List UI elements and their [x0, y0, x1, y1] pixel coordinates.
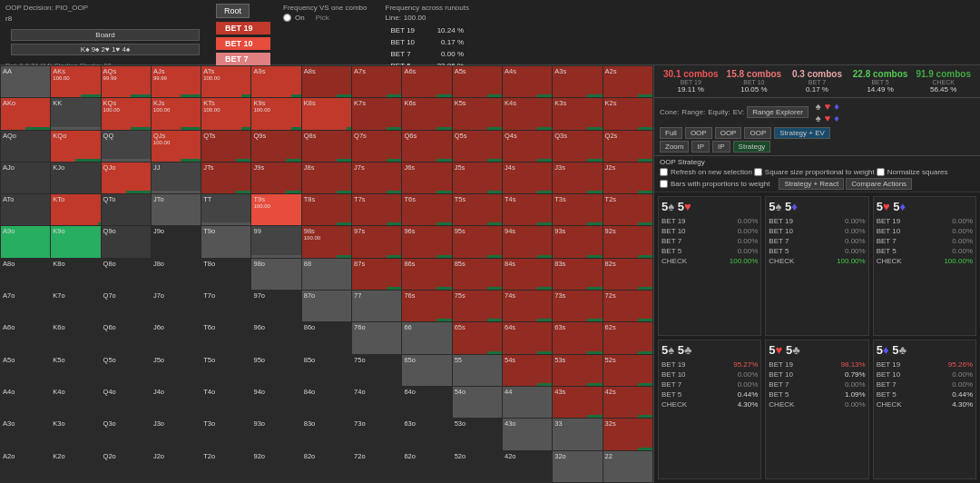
matrix-cell[interactable]: J6s — [402, 162, 452, 193]
matrix-cell[interactable]: T9s100.00 — [251, 194, 301, 226]
matrix-cell[interactable]: T4s — [502, 194, 552, 226]
zoom-btn[interactable]: Zoom — [660, 141, 689, 153]
matrix-cell[interactable]: 83o — [301, 419, 351, 450]
on-radio[interactable] — [283, 14, 291, 22]
matrix-cell[interactable]: A3s — [553, 66, 603, 98]
matrix-cell[interactable]: 92s — [603, 226, 652, 258]
matrix-cell[interactable]: J3o — [151, 419, 201, 450]
matrix-cell[interactable]: ATs100.00 — [201, 66, 251, 98]
matrix-cell[interactable]: 65s — [452, 322, 502, 354]
matrix-cell[interactable]: T2o — [201, 450, 251, 482]
matrix-cell[interactable]: AKs100.00 — [51, 66, 101, 98]
matrix-cell[interactable]: T7o — [201, 291, 251, 322]
matrix-cell[interactable]: A4o — [1, 386, 51, 418]
matrix-cell[interactable]: 54s — [502, 354, 552, 386]
matrix-cell[interactable]: Q7s — [352, 130, 402, 162]
oop-btn3[interactable]: OOP — [744, 127, 771, 139]
matrix-cell[interactable]: J8s — [301, 162, 351, 193]
checkbox-normalize[interactable]: Normalize squares — [877, 168, 948, 176]
matrix-cell[interactable]: 22 — [603, 450, 652, 482]
matrix-cell[interactable]: TT — [201, 194, 251, 226]
matrix-cell[interactable]: 54o — [452, 386, 502, 418]
matrix-cell[interactable]: 95s — [452, 226, 502, 258]
matrix-cell[interactable]: K6s — [402, 98, 452, 130]
matrix-cell[interactable]: K6o — [51, 322, 101, 354]
matrix-cell[interactable]: Q2s — [603, 130, 652, 162]
matrix-cell[interactable]: JTo — [151, 194, 201, 226]
matrix-cell[interactable]: KQs100.00 — [101, 98, 151, 130]
matrix-cell[interactable]: KK — [51, 98, 101, 130]
matrix-cell[interactable]: 77 — [352, 291, 402, 322]
matrix-cell[interactable]: A4s — [502, 66, 552, 98]
matrix-cell[interactable]: 52o — [452, 450, 502, 482]
matrix-cell[interactable]: J5s — [452, 162, 502, 193]
matrix-cell[interactable]: A7s — [352, 66, 402, 98]
matrix-cell[interactable]: A8o — [1, 258, 51, 290]
matrix-cell[interactable]: A8s — [301, 66, 351, 98]
matrix-cell[interactable]: Q8s — [301, 130, 351, 162]
matrix-cell[interactable]: 63s — [553, 322, 603, 354]
matrix-cell[interactable]: T9o — [201, 226, 251, 258]
matrix-cell[interactable]: 33 — [553, 419, 603, 450]
matrix-cell[interactable]: A9s — [251, 66, 301, 98]
matrix-cell[interactable]: QTs — [201, 130, 251, 162]
matrix-cell[interactable]: Q7o — [101, 291, 151, 322]
matrix-cell[interactable]: K2s — [603, 98, 652, 130]
matrix-cell[interactable]: K9s100.00 — [251, 98, 301, 130]
matrix-cell[interactable]: Q6s — [402, 130, 452, 162]
matrix-cell[interactable]: 53o — [452, 419, 502, 450]
matrix-cell[interactable]: J2o — [151, 450, 201, 482]
matrix-cell[interactable]: 84s — [502, 258, 552, 290]
matrix-cell[interactable]: J9s — [251, 162, 301, 193]
matrix-cell[interactable]: J7o — [151, 291, 201, 322]
matrix-cell[interactable]: 93s — [553, 226, 603, 258]
matrix-cell[interactable]: 92o — [251, 450, 301, 482]
matrix-cell[interactable]: 43s — [553, 386, 603, 418]
checkbox-bars[interactable]: Bars with proportions to weight — [660, 178, 769, 190]
matrix-cell[interactable]: 72o — [352, 450, 402, 482]
matrix-cell[interactable]: J6o — [151, 322, 201, 354]
matrix-cell[interactable]: Q9s — [251, 130, 301, 162]
matrix-cell[interactable]: T7s — [352, 194, 402, 226]
matrix-cell[interactable]: 76s — [402, 291, 452, 322]
matrix-cell[interactable]: QJs100.00 — [151, 130, 201, 162]
matrix-cell[interactable]: K2o — [51, 450, 101, 482]
matrix-cell[interactable]: JTs — [201, 162, 251, 193]
matrix-cell[interactable]: 87o — [301, 291, 351, 322]
matrix-cell[interactable]: 42s — [603, 386, 652, 418]
matrix-cell[interactable]: QTo — [101, 194, 151, 226]
matrix-cell[interactable]: 74s — [502, 291, 552, 322]
matrix-cell[interactable]: Q3o — [101, 419, 151, 450]
matrix-scroll[interactable]: AAAKs100.00AQs99.99AJs99.99ATs100.00A9sA… — [0, 65, 653, 483]
matrix-cell[interactable]: AJo — [1, 162, 51, 193]
matrix-cell[interactable]: T6o — [201, 322, 251, 354]
matrix-cell[interactable]: Q9o — [101, 226, 151, 258]
matrix-cell[interactable]: T3s — [553, 194, 603, 226]
matrix-cell[interactable]: A7o — [1, 291, 51, 322]
matrix-cell[interactable]: 72s — [603, 291, 652, 322]
matrix-cell[interactable]: K4s — [502, 98, 552, 130]
ip-btn2[interactable]: IP — [712, 141, 730, 153]
matrix-cell[interactable]: A2s — [603, 66, 652, 98]
matrix-cell[interactable]: A5o — [1, 354, 51, 386]
matrix-cell[interactable]: K5o — [51, 354, 101, 386]
oop-btn2[interactable]: OOP — [715, 127, 742, 139]
matrix-cell[interactable]: Q6o — [101, 322, 151, 354]
matrix-cell[interactable]: J8o — [151, 258, 201, 290]
matrix-cell[interactable]: J7s — [352, 162, 402, 193]
matrix-cell[interactable]: T8o — [201, 258, 251, 290]
board-button[interactable]: Board — [11, 29, 200, 41]
matrix-cell[interactable]: K8s — [301, 98, 351, 130]
matrix-cell[interactable]: J4s — [502, 162, 552, 193]
matrix-cell[interactable]: K3s — [553, 98, 603, 130]
matrix-cell[interactable]: 43o — [502, 419, 552, 450]
matrix-cell[interactable]: 84o — [301, 386, 351, 418]
matrix-cell[interactable]: KTs100.00 — [201, 98, 251, 130]
matrix-cell[interactable]: KQo — [51, 130, 101, 162]
matrix-cell[interactable]: K7s — [352, 98, 402, 130]
matrix-cell[interactable]: A3o — [1, 419, 51, 450]
matrix-cell[interactable]: T4o — [201, 386, 251, 418]
checkbox-refresh[interactable]: Refresh on new selection — [660, 168, 752, 176]
bet10-button[interactable]: BET 10 — [216, 37, 270, 50]
matrix-cell[interactable]: 75s — [452, 291, 502, 322]
